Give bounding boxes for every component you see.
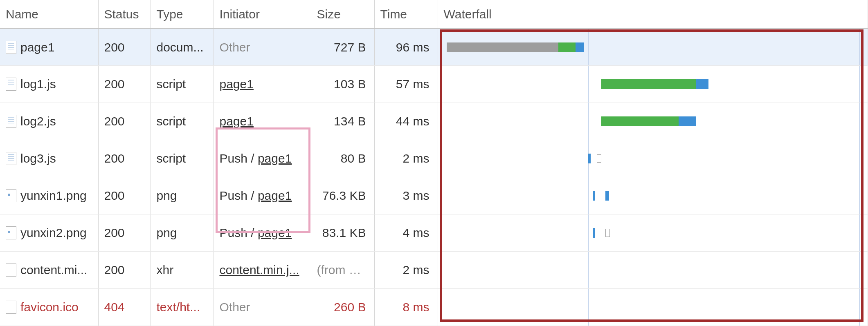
initiator-value: Other [220,300,250,314]
waterfall-guide-line [859,103,860,140]
request-name: yunxin1.png [20,189,87,203]
push-prefix: Push / [220,189,258,202]
table-row[interactable]: log1.js200scriptpage1103 B57 ms [0,66,868,103]
cell-waterfall [438,214,868,252]
waterfall-guide-line [588,289,589,326]
cell-name[interactable]: log3.js [0,140,98,177]
col-header-size[interactable]: Size [311,0,374,29]
cell-type: text/ht... [151,289,214,326]
col-header-name[interactable]: Name [0,0,98,29]
file-icon [6,78,16,91]
cell-status: 200 [98,103,151,140]
waterfall-track [438,177,868,214]
waterfall-segment-blue [696,79,709,89]
cell-waterfall [438,140,868,177]
file-icon [6,226,16,239]
cell-status: 200 [98,252,151,289]
cell-time: 57 ms [374,66,438,103]
cell-name[interactable]: log2.js [0,103,98,140]
cell-initiator[interactable]: content.min.j... [214,252,311,289]
waterfall-segment-green [558,42,576,52]
cell-waterfall [438,252,868,289]
col-header-time[interactable]: Time [374,0,438,29]
file-icon [6,115,16,128]
cell-size: 76.3 KB [311,177,374,214]
cell-waterfall [438,29,868,66]
request-name: log3.js [20,152,56,165]
network-requests-table[interactable]: Name Status Type Initiator Size Time Wat… [0,0,868,326]
cell-size: 83.1 KB [311,214,374,252]
waterfall-segment-green [601,116,679,126]
col-header-type[interactable]: Type [151,0,214,29]
cell-status: 200 [98,140,151,177]
cell-time: 8 ms [374,289,438,326]
table-row[interactable]: yunxin2.png200pngPush / page183.1 KB4 ms [0,214,868,252]
cell-size: (from di... [311,252,374,289]
file-icon [6,41,16,54]
cell-name[interactable]: favicon.ico [0,289,98,326]
table-row[interactable]: log3.js200scriptPush / page180 B2 ms [0,140,868,177]
cell-type: png [151,214,214,252]
cell-initiator[interactable]: page1 [214,103,311,140]
waterfall-track [438,103,868,140]
cell-status: 200 [98,29,151,66]
waterfall-segment-outline [605,229,610,237]
waterfall-guide-line [859,252,860,288]
table-row[interactable]: page1200docum...Other727 B96 ms [0,29,868,66]
cell-time: 4 ms [374,214,438,252]
cell-status: 200 [98,66,151,103]
cell-name[interactable]: yunxin2.png [0,214,98,252]
cell-initiator[interactable]: Push / page1 [214,214,311,252]
cell-initiator: Other [214,289,311,326]
request-name: page1 [20,40,54,54]
initiator-value[interactable]: page1 [258,226,292,239]
cell-type: script [151,140,214,177]
cell-initiator[interactable]: Push / page1 [214,140,311,177]
waterfall-segment-blue [576,42,584,52]
waterfall-track [438,66,868,103]
initiator-value[interactable]: page1 [258,152,292,165]
waterfall-guide-line [588,66,589,103]
waterfall-segment-blue [593,228,595,238]
cell-waterfall [438,103,868,140]
initiator-value[interactable]: content.min.j... [220,263,299,277]
cell-time: 2 ms [374,140,438,177]
table-row[interactable]: log2.js200scriptpage1134 B44 ms [0,103,868,140]
col-header-waterfall[interactable]: Waterfall [438,0,868,29]
initiator-value[interactable]: page1 [220,114,254,128]
waterfall-track [438,214,868,251]
cell-initiator[interactable]: page1 [214,66,311,103]
initiator-value[interactable]: page1 [220,77,254,91]
waterfall-segment-outline [597,154,601,163]
cell-initiator: Other [214,29,311,66]
cell-status: 200 [98,177,151,214]
table-row[interactable]: favicon.ico404text/ht...Other260 B8 ms [0,289,868,326]
table-row[interactable]: content.mi...200xhrcontent.min.j...(from… [0,252,868,289]
push-prefix: Push / [220,152,258,165]
waterfall-guide-line [859,214,860,251]
initiator-value[interactable]: page1 [258,189,292,202]
cell-type: script [151,103,214,140]
waterfall-segment-blue [593,191,595,201]
cell-time: 96 ms [374,29,438,66]
waterfall-guide-line [859,289,860,326]
col-header-initiator[interactable]: Initiator [214,0,311,29]
cell-size: 727 B [311,29,374,66]
cell-size: 260 B [311,289,374,326]
cell-name[interactable]: yunxin1.png [0,177,98,214]
cell-size: 103 B [311,66,374,103]
table-row[interactable]: yunxin1.png200pngPush / page176.3 KB3 ms [0,177,868,214]
col-header-status[interactable]: Status [98,0,151,29]
cell-name[interactable]: content.mi... [0,252,98,289]
waterfall-track [438,29,868,65]
request-name: favicon.ico [20,300,79,314]
cell-type: png [151,177,214,214]
cell-name[interactable]: log1.js [0,66,98,103]
cell-time: 2 ms [374,252,438,289]
cell-status: 200 [98,214,151,252]
waterfall-segment-blue [588,154,591,163]
cell-initiator[interactable]: Push / page1 [214,177,311,214]
cell-name[interactable]: page1 [0,29,98,66]
request-name: yunxin2.png [20,226,87,240]
cell-waterfall [438,289,868,326]
